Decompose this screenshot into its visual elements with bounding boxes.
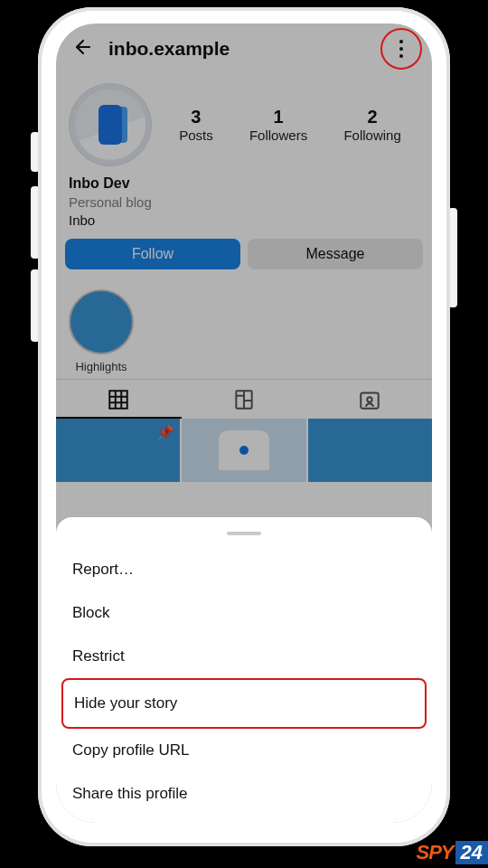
profile-bio: Inbo Dev Personal blog Inbo [56, 170, 432, 239]
posts-grid: 📌 [56, 419, 432, 482]
svg-point-11 [367, 397, 371, 401]
posts-label: Posts [179, 127, 213, 143]
posts-count: 3 [179, 107, 213, 127]
sheet-drag-handle[interactable] [227, 532, 261, 535]
sheet-item-report[interactable]: Report… [61, 548, 427, 591]
watermark-part1: SPY [416, 841, 455, 864]
sheet-item-share-this-profile[interactable]: Share this profile [61, 772, 427, 816]
svg-rect-1 [110, 391, 128, 409]
highlight-label: Highlights [69, 360, 134, 373]
follow-button[interactable]: Follow [65, 239, 240, 269]
more-options-button[interactable] [385, 33, 418, 65]
avatar[interactable] [69, 83, 152, 166]
profile-category: Personal blog [69, 193, 419, 212]
avatar-logo-icon [99, 105, 122, 145]
followers-label: Followers [249, 127, 307, 143]
stat-posts[interactable]: 3 Posts [179, 107, 213, 143]
stat-followers[interactable]: 1 Followers [249, 107, 307, 143]
profile-header: inbo.example [56, 24, 432, 72]
tab-tagged[interactable] [306, 380, 432, 419]
profile-info-row: 3 Posts 1 Followers 2 Following [56, 72, 432, 170]
message-button[interactable]: Message [248, 239, 423, 269]
svg-rect-10 [361, 392, 379, 408]
highlight-circle[interactable] [69, 289, 134, 354]
following-count: 2 [343, 107, 400, 127]
sheet-item-hide-your-story[interactable]: Hide your story [61, 678, 427, 729]
followers-count: 1 [249, 107, 307, 127]
action-sheet: Report…BlockRestrictHide your storyCopy … [56, 517, 432, 823]
following-label: Following [343, 127, 400, 143]
app-screen: inbo.example 3 Posts 1 Followers 2 Follo… [56, 24, 432, 823]
display-name: Inbo Dev [69, 174, 419, 193]
watermark: SPY 24 [416, 841, 488, 864]
profile-username: inbo.example [108, 38, 369, 60]
back-arrow-icon[interactable] [70, 36, 92, 61]
sheet-item-copy-profile-url[interactable]: Copy profile URL [61, 729, 427, 772]
tab-grid[interactable] [56, 380, 182, 419]
grid-icon [107, 388, 130, 411]
tagged-person-icon [358, 388, 381, 411]
highlights-section: Highlights [56, 280, 432, 379]
post-thumbnail[interactable]: 📌 [56, 419, 180, 482]
profile-stats: 3 Posts 1 Followers 2 Following [161, 107, 419, 143]
stat-following[interactable]: 2 Following [343, 107, 400, 143]
pin-icon: 📌 [156, 424, 174, 441]
post-thumbnail[interactable] [182, 419, 305, 482]
profile-tabs [56, 379, 432, 419]
annotation-circle [380, 28, 422, 70]
bio-text: Inbo [69, 212, 419, 230]
post-thumbnail[interactable] [308, 419, 432, 482]
reels-guide-icon [232, 388, 256, 411]
watermark-part2: 24 [455, 841, 488, 864]
sheet-item-block[interactable]: Block [61, 591, 427, 635]
sheet-item-restrict[interactable]: Restrict [61, 635, 427, 678]
profile-actions: Follow Message [56, 239, 432, 280]
tab-guides[interactable] [182, 380, 307, 419]
